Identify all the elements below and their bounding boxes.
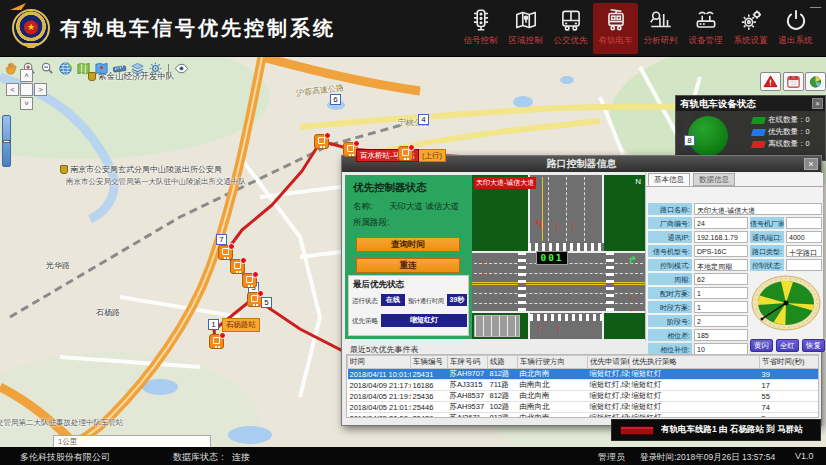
nav-signal-control[interactable]: 信号控制	[458, 3, 503, 54]
control-state-field[interactable]	[786, 259, 822, 271]
crosswalk-east	[606, 253, 614, 311]
station-label-shiyang[interactable]: 石杨路站	[222, 318, 260, 332]
measure-icon[interactable]	[112, 61, 127, 80]
restore-button[interactable]: 恢复	[802, 339, 825, 352]
globe-icon[interactable]	[58, 61, 73, 80]
stage-no-field[interactable]: 2	[694, 315, 748, 327]
close-icon[interactable]: ×	[812, 98, 823, 109]
zoom-out-icon[interactable]	[40, 61, 55, 80]
table-row[interactable]: 2018/04/05 20:58:4125439苏AI3671812路由北向南缩…	[348, 413, 820, 419]
nav-tram[interactable]: 有轨电车	[593, 3, 638, 54]
crosswalk-south	[530, 314, 602, 321]
nav-area-control[interactable]: 区域控制	[503, 3, 548, 54]
maker-field[interactable]	[786, 217, 822, 229]
last-priority-panel: 最后优先状态 运行状态 在线 预计通行时间 39秒 优先策略 缩短红灯	[348, 275, 469, 336]
period-plan-label: 时段方案:	[648, 301, 692, 313]
timing-plan-field[interactable]: 1	[694, 287, 748, 299]
col-exec-strategy[interactable]: 优先执行策略	[630, 356, 760, 369]
calendar-button[interactable]	[783, 72, 804, 91]
map-layer-blue-icon[interactable]	[94, 61, 109, 80]
map-settings-icon[interactable]	[148, 61, 163, 80]
traffic-light-icon	[468, 7, 494, 33]
layers-icon[interactable]	[130, 61, 145, 80]
nav-bus-priority[interactable]: 公交优先	[548, 3, 593, 54]
offset-field[interactable]: 185	[694, 329, 748, 341]
control-state-label: 控制状态:	[750, 259, 784, 271]
app-title: 有轨电车信号优先控制系统	[60, 15, 336, 42]
vendor-no-field[interactable]: 24	[694, 217, 748, 229]
col-direction[interactable]: 车辆行驶方向	[518, 356, 588, 369]
tram-station-marker[interactable]	[209, 334, 224, 349]
tram-station-marker[interactable]	[314, 134, 329, 149]
col-time[interactable]: 时间	[348, 356, 411, 369]
pan-left-button[interactable]: ˂	[6, 83, 19, 96]
zoom-slider[interactable]	[2, 115, 11, 167]
tram-station-marker[interactable]	[218, 245, 233, 260]
col-saved-time[interactable]: 节省时间(秒)	[760, 356, 820, 369]
station-number-badge[interactable]: 7	[216, 234, 227, 245]
pan-center-button[interactable]	[20, 83, 33, 96]
junction-type-field[interactable]: 十字路口	[786, 245, 822, 257]
title-bar: ★ 有轨电车信号优先控制系统 — 信号控制 区域控制 公交优先 有轨电车 分析	[0, 0, 826, 57]
tram-station-marker[interactable]	[398, 146, 413, 161]
parking-area	[474, 315, 520, 337]
company-name: 多伦科技股份有限公司	[20, 451, 110, 464]
tab-data-info[interactable]: 数据信息	[693, 173, 735, 186]
db-status-value: 连接	[232, 451, 250, 464]
cycle-field[interactable]: 62	[694, 273, 748, 285]
table-row[interactable]: 2018/04/09 21:17:0616186苏AJ3315711路由南向北缩…	[348, 380, 820, 391]
tram-station-marker[interactable]	[230, 259, 245, 274]
control-mode-field[interactable]: 本地定周期	[694, 259, 748, 271]
offset-label: 相位差:	[648, 329, 692, 341]
station-number-badge[interactable]: 5	[261, 297, 272, 308]
minimize-button[interactable]: —	[810, 0, 821, 12]
pan-down-button[interactable]: ˅	[20, 97, 33, 110]
last-priority-title: 最后优先状态	[353, 279, 404, 291]
tram-station-marker[interactable]	[247, 292, 262, 307]
col-vehicle-id[interactable]: 车辆编号	[411, 356, 448, 369]
yellow-flash-button[interactable]: 黄闪	[750, 339, 773, 352]
ip-field[interactable]: 192.168.1.79	[694, 231, 748, 243]
table-row[interactable]: 2018/04/11 10:01:0725431苏AH9707812路由北向南缩…	[348, 369, 820, 380]
model-field[interactable]: DPS-16C	[694, 245, 748, 257]
station-number-badge[interactable]: 1	[208, 319, 219, 330]
red-down-arrow-icon: ↓	[570, 219, 576, 230]
controller-info-form: 基本信息 数据信息 路口名称: 天印大道-诚信大道 厂商编号: 24 信号机厂家…	[645, 173, 823, 341]
station-number-badge[interactable]: 6	[330, 94, 341, 105]
col-route[interactable]: 线路	[488, 356, 518, 369]
table-row[interactable]: 2018/04/05 21:01:5725446苏AH9537102路由南向北缩…	[348, 402, 820, 413]
port-field[interactable]: 4000	[786, 231, 822, 243]
pan-right-button[interactable]: ˃	[34, 83, 47, 96]
toolbar-divider	[168, 64, 169, 77]
phase-ring-dial	[748, 273, 824, 335]
map-label-police-station: 南京市公安局玄武分局中山陵派出所公安局	[60, 164, 222, 175]
eye-icon[interactable]	[174, 61, 189, 80]
pan-up-button[interactable]: ˄	[20, 69, 33, 82]
red-up-arrow-icon: ↑	[536, 323, 542, 334]
close-icon[interactable]: ×	[804, 158, 818, 170]
period-plan-field[interactable]: 1	[694, 301, 748, 313]
reconnect-button[interactable]: 重连	[356, 258, 460, 273]
police-badge-icon: ★	[12, 9, 50, 47]
legend-offline: 离线数量：0	[752, 139, 810, 149]
nav-device-management[interactable]: 设备管理	[683, 3, 728, 54]
col-request-strategy[interactable]: 优先申请策略	[588, 356, 630, 369]
alarm-button[interactable]	[760, 72, 781, 91]
tab-basic-info[interactable]: 基本信息	[648, 173, 690, 186]
port-label: 通讯端口:	[750, 231, 784, 243]
stage-no-label: 阶段号:	[648, 315, 692, 327]
query-time-button[interactable]: 查询时间	[356, 237, 460, 252]
map-layer-green-icon[interactable]	[76, 61, 91, 80]
station-number-badge[interactable]: 8	[684, 135, 695, 146]
table-row[interactable]: 2018/04/05 21:19:5825436苏AH8537812路由北向南缩…	[348, 391, 820, 402]
col-plate[interactable]: 车牌号码	[448, 356, 488, 369]
junction-name-field[interactable]: 天印大道-诚信大道	[694, 203, 822, 215]
nav-analysis[interactable]: 分析研判	[638, 3, 683, 54]
pie-chart-button[interactable]	[805, 72, 826, 91]
pan-hand-icon[interactable]	[4, 61, 19, 80]
phase-countdown-display: 001	[536, 251, 568, 265]
nav-system-settings[interactable]: 系统设置	[728, 3, 773, 54]
tram-station-marker[interactable]	[242, 273, 257, 288]
station-number-badge[interactable]: 4	[418, 114, 429, 125]
all-red-button[interactable]: 全红	[776, 339, 799, 352]
